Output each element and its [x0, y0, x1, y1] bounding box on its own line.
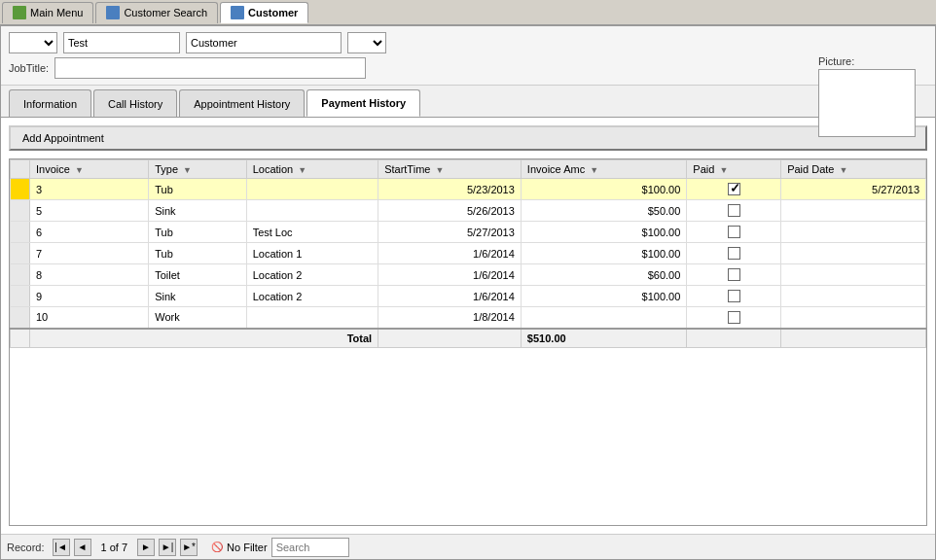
col-header-paid-date[interactable]: Paid Date ▼ — [781, 160, 926, 179]
cell-invoice: 6 — [30, 222, 149, 243]
nav-filter: 🚫 No Filter — [211, 542, 268, 553]
first-name-input[interactable] — [63, 32, 180, 53]
cell-location — [246, 179, 378, 200]
picture-section: Picture: — [818, 55, 916, 137]
table-row[interactable]: 3Tub5/23/2013$100.005/27/2013 — [11, 179, 926, 200]
jobtitle-input[interactable] — [54, 57, 366, 79]
paid-checkbox[interactable] — [728, 204, 740, 217]
cell-invoice-amount: $60.00 — [521, 264, 686, 286]
col-header-paid[interactable]: Paid ▼ — [687, 160, 781, 179]
cell-invoice: 3 — [30, 179, 149, 200]
footer-empty3 — [781, 329, 926, 348]
cell-paid-date — [781, 222, 926, 243]
tab-main-menu[interactable]: Main Menu — [2, 2, 93, 23]
cell-paid-date — [781, 243, 926, 264]
content-area: Add Appointment Invoice ▼ Type ▼ Locatio… — [1, 118, 935, 534]
col-header-type[interactable]: Type ▼ — [149, 160, 246, 179]
row-selector-cell[interactable] — [11, 200, 30, 222]
table-row[interactable]: 5Sink5/26/2013$50.00 — [11, 200, 926, 222]
title-dropdown[interactable] — [9, 32, 57, 53]
cell-starttime: 1/6/2014 — [378, 286, 522, 307]
table-row[interactable]: 8ToiletLocation 21/6/2014$60.00 — [11, 264, 926, 286]
paid-checkbox[interactable] — [728, 226, 740, 238]
footer-empty1 — [378, 329, 522, 348]
tab-customer-label: Customer — [248, 7, 298, 18]
col-header-starttime[interactable]: StartTime ▼ — [378, 160, 522, 179]
add-appointment-button[interactable]: Add Appointment — [9, 125, 927, 151]
picture-label: Picture: — [818, 55, 916, 67]
cell-type: Work — [149, 307, 246, 329]
filter-icon: 🚫 — [211, 542, 223, 552]
cell-paid-date — [781, 200, 926, 222]
cell-paid-date — [781, 264, 926, 286]
jobtitle-label: JobTitle: — [9, 62, 49, 74]
table-row[interactable]: 7TubLocation 11/6/2014$100.00 — [11, 243, 926, 264]
no-filter-label: No Filter — [227, 542, 268, 553]
cell-paid[interactable] — [687, 222, 781, 243]
nav-last-button[interactable]: ►| — [159, 539, 176, 556]
row-selector-cell[interactable] — [11, 179, 30, 200]
paid-checkbox[interactable] — [728, 290, 740, 302]
cell-paid[interactable] — [687, 179, 781, 200]
nav-first-button[interactable]: |◄ — [53, 539, 70, 556]
cell-invoice-amount: $100.00 — [521, 179, 686, 200]
nav-new-button[interactable]: ►* — [180, 539, 198, 556]
cell-location — [246, 307, 378, 329]
tab-customer[interactable]: Customer — [220, 2, 308, 23]
footer-total-label: Total — [30, 329, 378, 348]
cell-location — [246, 200, 378, 222]
tab-appointment-history[interactable]: Appointment History — [179, 89, 305, 117]
cell-type: Tub — [149, 243, 246, 264]
nav-next-button[interactable]: ► — [137, 539, 155, 556]
table-row[interactable]: 9SinkLocation 21/6/2014$100.00 — [11, 286, 926, 307]
row-selector-cell[interactable] — [11, 307, 30, 329]
cell-location: Test Loc — [246, 222, 378, 243]
tab-payment-history[interactable]: Payment History — [306, 89, 420, 117]
cell-paid[interactable] — [687, 243, 781, 264]
col-header-invoice-amount[interactable]: Invoice Amc ▼ — [521, 160, 686, 179]
cell-invoice: 10 — [30, 307, 149, 329]
cell-paid[interactable] — [687, 307, 781, 329]
customer-type-dropdown[interactable] — [347, 32, 386, 53]
col-header-location[interactable]: Location ▼ — [246, 160, 378, 179]
col-header-invoice[interactable]: Invoice ▼ — [30, 160, 149, 179]
tab-call-history[interactable]: Call History — [93, 89, 177, 117]
paid-checkbox[interactable] — [728, 268, 740, 281]
paid-checkbox[interactable] — [728, 247, 740, 260]
cell-invoice-amount: $100.00 — [521, 222, 686, 243]
cell-paid[interactable] — [687, 286, 781, 307]
paid-checkbox[interactable] — [728, 311, 740, 324]
cell-paid[interactable] — [687, 264, 781, 286]
cell-invoice: 8 — [30, 264, 149, 286]
cell-paid[interactable] — [687, 200, 781, 222]
row-selector-cell[interactable] — [11, 264, 30, 286]
table-row[interactable]: 6TubTest Loc5/27/2013$100.00 — [11, 222, 926, 243]
nav-current-page: 1 of 7 — [101, 542, 128, 553]
top-tab-bar: Main Menu Customer Search Customer — [0, 0, 936, 25]
header-area: JobTitle: Picture: — [1, 26, 935, 86]
cell-starttime: 1/6/2014 — [378, 264, 522, 286]
cell-invoice-amount: $50.00 — [521, 200, 686, 222]
tab-customer-search[interactable]: Customer Search — [95, 2, 218, 23]
cell-paid-date — [781, 286, 926, 307]
cell-paid-date: 5/27/2013 — [781, 179, 926, 200]
last-name-input[interactable] — [186, 32, 342, 53]
customer-icon — [231, 6, 244, 19]
table-row[interactable]: 10Work1/8/2014 — [11, 307, 926, 329]
row-selector-cell[interactable] — [11, 222, 30, 243]
tab-information[interactable]: Information — [9, 89, 91, 117]
cell-invoice: 9 — [30, 286, 149, 307]
cell-paid-date — [781, 307, 926, 329]
row-selector-header — [11, 160, 30, 179]
cell-starttime: 5/26/2013 — [378, 200, 522, 222]
nav-prev-button[interactable]: ◄ — [74, 539, 91, 556]
search-input[interactable] — [271, 538, 349, 557]
main-window: JobTitle: Picture: Information Call Hist… — [0, 25, 936, 560]
footer-empty2 — [687, 329, 781, 348]
row-selector-cell[interactable] — [11, 286, 30, 307]
paid-checkbox[interactable] — [728, 183, 740, 195]
cell-starttime: 5/23/2013 — [378, 179, 522, 200]
row-selector-cell[interactable] — [11, 243, 30, 264]
cell-starttime: 1/6/2014 — [378, 243, 522, 264]
cell-type: Tub — [149, 222, 246, 243]
